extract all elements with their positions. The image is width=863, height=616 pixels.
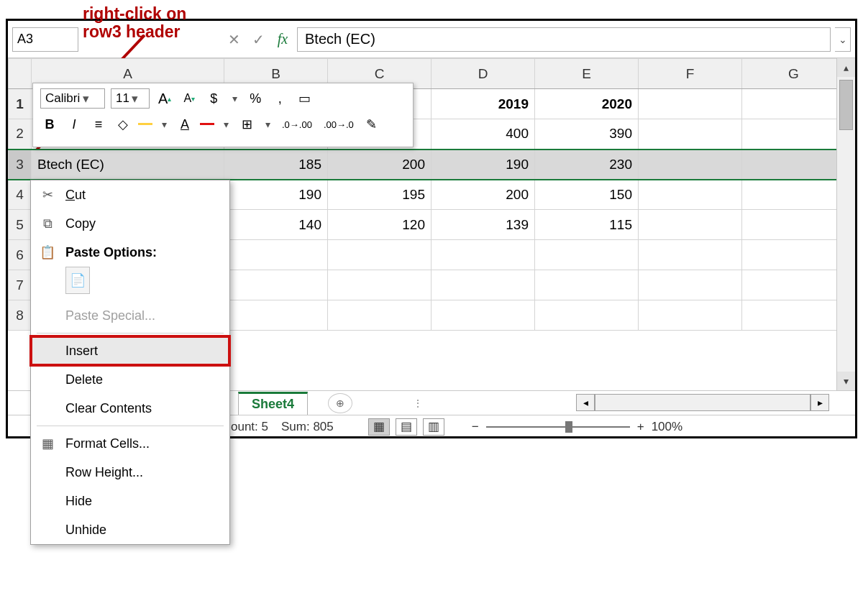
- view-page-break-icon[interactable]: ▥: [423, 418, 444, 436]
- cell[interactable]: 200: [328, 150, 432, 180]
- grow-font-icon[interactable]: A▴: [155, 88, 174, 109]
- paste-icon: 📋: [40, 244, 55, 260]
- percent-icon[interactable]: %: [246, 88, 265, 109]
- cell[interactable]: 195: [328, 180, 432, 210]
- format-painter-icon[interactable]: ▭: [295, 88, 314, 109]
- zoom-out-icon[interactable]: −: [472, 420, 479, 434]
- ctx-insert[interactable]: Insert: [31, 336, 229, 365]
- scroll-up-icon[interactable]: ▴: [837, 58, 855, 77]
- col-hdr-G[interactable]: G: [742, 59, 837, 89]
- cell[interactable]: 390: [535, 119, 639, 150]
- cell[interactable]: 140: [224, 210, 328, 240]
- status-count: ount: 5: [231, 420, 268, 434]
- increase-decimal-icon[interactable]: .0→.00: [279, 114, 315, 135]
- cell[interactable]: 150: [535, 180, 639, 210]
- paste-clipboard-icon[interactable]: 📄: [65, 267, 90, 294]
- confirm-icon[interactable]: ✓: [248, 29, 268, 50]
- brush-icon[interactable]: ✎: [362, 114, 381, 135]
- cell[interactable]: 2020: [535, 89, 639, 119]
- ctx-format-cells[interactable]: ▦ Format Cells...: [31, 429, 229, 458]
- ctx-cut[interactable]: ✂ Cut: [31, 180, 229, 209]
- cell[interactable]: 139: [432, 210, 535, 240]
- ctx-row-height[interactable]: Row Height...: [31, 458, 229, 487]
- bold-button[interactable]: B: [40, 114, 59, 135]
- zoom-control[interactable]: − + 100%: [472, 420, 682, 434]
- mini-toolbar: Calibri▾ 11▾ A▴ A▾ $▾ % , ▭ B I ≡ ◇▾ A▾ …: [32, 83, 414, 147]
- decrease-decimal-icon[interactable]: .00→.0: [321, 114, 357, 135]
- cell[interactable]: 190: [224, 180, 328, 210]
- annotation-label: right-click on row3 header: [83, 5, 186, 42]
- ctx-clear-contents[interactable]: Clear Contents: [31, 394, 229, 423]
- status-sum: Sum: 805: [281, 420, 334, 434]
- scroll-left-icon[interactable]: ◂: [576, 394, 595, 411]
- scroll-thumb[interactable]: [839, 80, 853, 130]
- vertical-scrollbar[interactable]: ▴ ▾: [836, 58, 855, 390]
- formula-input[interactable]: Btech (EC): [297, 27, 831, 52]
- separator: [37, 333, 224, 334]
- ctx-hide[interactable]: Hide: [31, 487, 229, 515]
- font-color-icon[interactable]: A: [175, 114, 194, 135]
- cut-icon: ✂: [40, 187, 55, 203]
- ctx-paste-default[interactable]: 📄: [31, 267, 229, 301]
- currency-icon[interactable]: $: [204, 88, 223, 109]
- zoom-slider-handle[interactable]: [565, 421, 572, 433]
- font-size-selector[interactable]: 11▾: [111, 88, 150, 109]
- align-icon[interactable]: ≡: [89, 114, 108, 135]
- row-hdr-4[interactable]: 4: [9, 180, 32, 210]
- cell[interactable]: 230: [535, 150, 639, 180]
- name-box[interactable]: A3: [12, 27, 78, 52]
- separator: [37, 426, 224, 426]
- view-page-layout-icon[interactable]: ▤: [396, 418, 417, 436]
- cell[interactable]: 400: [432, 119, 535, 150]
- horizontal-scrollbar[interactable]: ◂ ▸: [576, 394, 829, 411]
- tab-sheet4[interactable]: Sheet4: [238, 392, 308, 415]
- formula-expand-icon[interactable]: ⌄: [835, 27, 851, 52]
- ctx-paste-options: 📋 Paste Options:: [31, 238, 229, 267]
- cell[interactable]: 185: [224, 150, 328, 180]
- cell[interactable]: 200: [432, 180, 535, 210]
- copy-icon: ⧉: [40, 216, 55, 231]
- col-hdr-F[interactable]: F: [639, 59, 742, 89]
- format-cells-icon: ▦: [40, 436, 55, 451]
- zoom-in-icon[interactable]: +: [637, 420, 644, 434]
- scroll-right-icon[interactable]: ▸: [811, 394, 829, 411]
- ctx-unhide[interactable]: Unhide: [31, 515, 229, 544]
- italic-button[interactable]: I: [65, 114, 83, 135]
- cell[interactable]: Btech (EC): [32, 150, 224, 180]
- zoom-value: 100%: [652, 420, 682, 434]
- ctx-copy[interactable]: ⧉ Copy: [31, 209, 229, 238]
- cell[interactable]: 2019: [432, 89, 535, 119]
- fill-color-icon[interactable]: ◇: [114, 114, 132, 135]
- ctx-paste-special: Paste Special...: [31, 301, 229, 330]
- col-hdr-D[interactable]: D: [432, 59, 535, 89]
- cell[interactable]: 115: [535, 210, 639, 240]
- row-hdr-8[interactable]: 8: [9, 300, 32, 331]
- fx-icon[interactable]: fx: [273, 29, 293, 50]
- row-hdr-2[interactable]: 2: [9, 119, 32, 150]
- row-hdr-3[interactable]: 3: [9, 150, 32, 180]
- row-hdr-5[interactable]: 5: [9, 210, 32, 240]
- comma-icon[interactable]: ,: [270, 88, 289, 109]
- context-menu: ✂ Cut ⧉ Copy 📋 Paste Options: 📄 Paste Sp…: [30, 180, 230, 545]
- row-hdr-7[interactable]: 7: [9, 270, 32, 300]
- row-hdr-6[interactable]: 6: [9, 240, 32, 270]
- cell[interactable]: 120: [328, 210, 432, 240]
- view-normal-icon[interactable]: ▦: [368, 418, 390, 436]
- borders-icon[interactable]: ⊞: [237, 114, 256, 135]
- scroll-down-icon[interactable]: ▾: [837, 372, 855, 390]
- cell[interactable]: 190: [432, 150, 535, 180]
- cancel-icon[interactable]: ✕: [224, 29, 244, 50]
- add-sheet-button[interactable]: ⊕: [328, 393, 352, 413]
- ctx-delete[interactable]: Delete: [31, 365, 229, 394]
- row-hdr-1[interactable]: 1: [9, 89, 32, 119]
- shrink-font-icon[interactable]: A▾: [180, 88, 198, 109]
- select-all[interactable]: [9, 59, 32, 89]
- font-selector[interactable]: Calibri▾: [40, 88, 105, 109]
- col-hdr-E[interactable]: E: [535, 59, 639, 89]
